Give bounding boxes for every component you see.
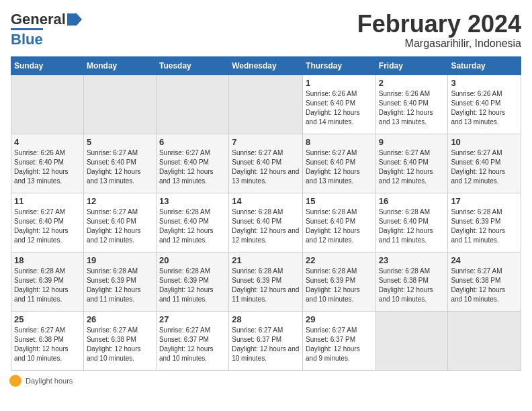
day-number: 24 [451, 255, 518, 265]
col-header-thursday: Thursday [303, 56, 376, 75]
day-info: Sunrise: 6:28 AM Sunset: 6:40 PM Dayligh… [379, 208, 445, 245]
calendar-cell: 3Sunrise: 6:26 AM Sunset: 6:40 PM Daylig… [448, 75, 521, 134]
day-info: Sunrise: 6:28 AM Sunset: 6:39 PM Dayligh… [451, 208, 518, 245]
calendar-cell [229, 75, 303, 134]
day-info: Sunrise: 6:28 AM Sunset: 6:39 PM Dayligh… [159, 267, 226, 304]
col-header-tuesday: Tuesday [156, 56, 228, 75]
day-number: 12 [87, 196, 153, 206]
day-number: 26 [87, 314, 153, 324]
calendar-cell: 2Sunrise: 6:26 AM Sunset: 6:40 PM Daylig… [375, 75, 448, 134]
calendar-cell: 23Sunrise: 6:28 AM Sunset: 6:38 PM Dayli… [375, 252, 448, 311]
day-info: Sunrise: 6:26 AM Sunset: 6:40 PM Dayligh… [451, 89, 518, 127]
day-number: 2 [379, 78, 445, 88]
calendar-cell: 15Sunrise: 6:28 AM Sunset: 6:40 PM Dayli… [303, 193, 376, 252]
day-number: 17 [451, 196, 518, 206]
day-info: Sunrise: 6:28 AM Sunset: 6:39 PM Dayligh… [232, 267, 300, 304]
calendar-cell: 8Sunrise: 6:27 AM Sunset: 6:40 PM Daylig… [303, 134, 376, 193]
calendar-cell [156, 75, 228, 134]
calendar-cell: 13Sunrise: 6:28 AM Sunset: 6:40 PM Dayli… [156, 193, 228, 252]
calendar-cell: 12Sunrise: 6:27 AM Sunset: 6:40 PM Dayli… [83, 193, 156, 252]
calendar-cell: 16Sunrise: 6:28 AM Sunset: 6:40 PM Dayli… [375, 193, 448, 252]
col-header-wednesday: Wednesday [229, 56, 303, 75]
day-number: 9 [379, 137, 445, 147]
day-info: Sunrise: 6:27 AM Sunset: 6:40 PM Dayligh… [451, 148, 518, 186]
calendar-cell: 1Sunrise: 6:26 AM Sunset: 6:40 PM Daylig… [303, 75, 376, 134]
calendar-cell: 18Sunrise: 6:28 AM Sunset: 6:39 PM Dayli… [11, 252, 84, 311]
day-number: 4 [14, 137, 81, 147]
calendar-cell [83, 75, 156, 134]
calendar-cell: 17Sunrise: 6:28 AM Sunset: 6:39 PM Dayli… [448, 193, 521, 252]
calendar-cell: 19Sunrise: 6:28 AM Sunset: 6:39 PM Dayli… [83, 252, 156, 311]
day-number: 22 [306, 255, 373, 265]
day-number: 7 [232, 137, 300, 147]
day-info: Sunrise: 6:28 AM Sunset: 6:40 PM Dayligh… [306, 208, 373, 245]
day-info: Sunrise: 6:27 AM Sunset: 6:40 PM Dayligh… [232, 148, 300, 186]
day-info: Sunrise: 6:27 AM Sunset: 6:37 PM Dayligh… [306, 326, 373, 363]
day-info: Sunrise: 6:27 AM Sunset: 6:40 PM Dayligh… [87, 208, 153, 245]
day-number: 23 [379, 255, 445, 265]
footer: Daylight hours [11, 376, 521, 385]
calendar-cell: 5Sunrise: 6:27 AM Sunset: 6:40 PM Daylig… [83, 134, 156, 193]
day-number: 1 [306, 78, 373, 88]
day-number: 5 [87, 137, 153, 147]
day-number: 8 [306, 137, 373, 147]
col-header-saturday: Saturday [448, 56, 521, 75]
calendar-cell: 4Sunrise: 6:26 AM Sunset: 6:40 PM Daylig… [11, 134, 84, 193]
day-number: 20 [159, 255, 226, 265]
col-header-friday: Friday [375, 56, 448, 75]
calendar-cell: 20Sunrise: 6:28 AM Sunset: 6:39 PM Dayli… [156, 252, 228, 311]
day-number: 6 [159, 137, 226, 147]
day-number: 13 [159, 196, 226, 206]
logo-general: General [11, 11, 66, 28]
calendar-cell: 28Sunrise: 6:27 AM Sunset: 6:37 PM Dayli… [229, 311, 303, 370]
day-info: Sunrise: 6:27 AM Sunset: 6:40 PM Dayligh… [306, 148, 373, 186]
sun-icon [11, 376, 20, 385]
day-info: Sunrise: 6:26 AM Sunset: 6:40 PM Dayligh… [306, 89, 373, 127]
day-number: 11 [14, 196, 81, 206]
day-info: Sunrise: 6:27 AM Sunset: 6:40 PM Dayligh… [379, 148, 445, 186]
day-info: Sunrise: 6:28 AM Sunset: 6:40 PM Dayligh… [159, 208, 226, 245]
logo-arrow-icon [67, 13, 82, 26]
title-area: February 2024 Margasarihilir, Indonesia [357, 11, 521, 50]
day-number: 3 [451, 78, 518, 88]
day-number: 28 [232, 314, 300, 324]
calendar-cell: 22Sunrise: 6:28 AM Sunset: 6:39 PM Dayli… [303, 252, 376, 311]
calendar-header: SundayMondayTuesdayWednesdayThursdayFrid… [11, 56, 521, 75]
month-title: February 2024 [357, 11, 521, 38]
day-info: Sunrise: 6:28 AM Sunset: 6:39 PM Dayligh… [14, 267, 81, 304]
day-info: Sunrise: 6:26 AM Sunset: 6:40 PM Dayligh… [14, 148, 81, 186]
calendar-cell: 26Sunrise: 6:27 AM Sunset: 6:38 PM Dayli… [83, 311, 156, 370]
calendar-cell [448, 311, 521, 370]
day-info: Sunrise: 6:28 AM Sunset: 6:39 PM Dayligh… [306, 267, 373, 304]
calendar-cell [375, 311, 448, 370]
col-header-monday: Monday [83, 56, 156, 75]
day-number: 27 [159, 314, 226, 324]
day-number: 25 [14, 314, 81, 324]
day-info: Sunrise: 6:27 AM Sunset: 6:40 PM Dayligh… [159, 148, 226, 186]
day-number: 18 [14, 255, 81, 265]
calendar-cell: 27Sunrise: 6:27 AM Sunset: 6:37 PM Dayli… [156, 311, 228, 370]
calendar-cell: 21Sunrise: 6:28 AM Sunset: 6:39 PM Dayli… [229, 252, 303, 311]
day-info: Sunrise: 6:28 AM Sunset: 6:38 PM Dayligh… [379, 267, 445, 304]
calendar-table: SundayMondayTuesdayWednesdayThursdayFrid… [11, 56, 521, 371]
calendar-cell: 9Sunrise: 6:27 AM Sunset: 6:40 PM Daylig… [375, 134, 448, 193]
svg-marker-0 [67, 13, 82, 26]
daylight-label: Daylight hours [26, 377, 73, 385]
day-info: Sunrise: 6:28 AM Sunset: 6:40 PM Dayligh… [232, 208, 300, 245]
calendar-cell: 7Sunrise: 6:27 AM Sunset: 6:40 PM Daylig… [229, 134, 303, 193]
calendar-cell: 10Sunrise: 6:27 AM Sunset: 6:40 PM Dayli… [448, 134, 521, 193]
calendar-cell: 29Sunrise: 6:27 AM Sunset: 6:37 PM Dayli… [303, 311, 376, 370]
calendar-cell [11, 75, 84, 134]
day-info: Sunrise: 6:27 AM Sunset: 6:38 PM Dayligh… [14, 326, 81, 363]
header: General Blue February 2024 Margasarihili… [11, 11, 521, 50]
calendar-cell: 14Sunrise: 6:28 AM Sunset: 6:40 PM Dayli… [229, 193, 303, 252]
col-header-sunday: Sunday [11, 56, 84, 75]
day-number: 29 [306, 314, 373, 324]
day-info: Sunrise: 6:27 AM Sunset: 6:37 PM Dayligh… [159, 326, 226, 363]
day-number: 21 [232, 255, 300, 265]
day-number: 15 [306, 196, 373, 206]
day-info: Sunrise: 6:27 AM Sunset: 6:37 PM Dayligh… [232, 326, 300, 363]
day-info: Sunrise: 6:27 AM Sunset: 6:40 PM Dayligh… [87, 148, 153, 186]
day-number: 10 [451, 137, 518, 147]
day-number: 19 [87, 255, 153, 265]
